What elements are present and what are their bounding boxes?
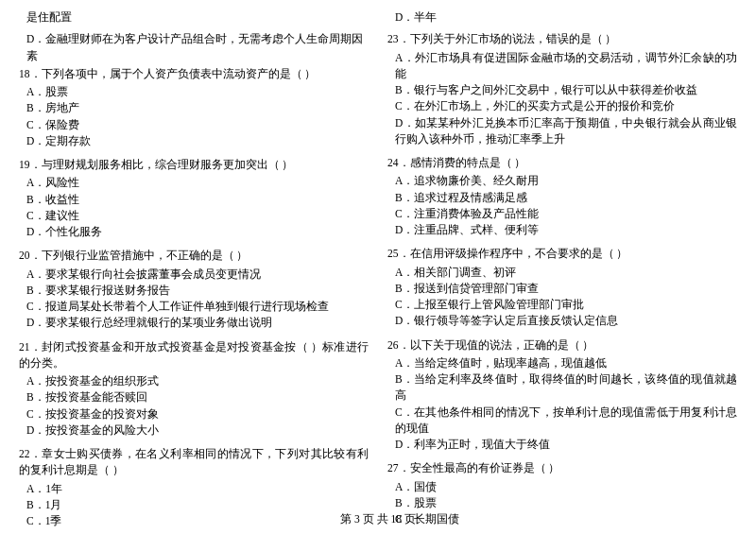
top-option-d-right: D．半年 xyxy=(387,9,737,26)
question-18-optB: B．房地产 xyxy=(19,100,369,116)
question-26: 26．以下关于现值的说法，正确的是（ ） A．当给定终值时，贴现率越高，现值越低… xyxy=(387,337,737,454)
question-21-optA: A．按投资基金的组织形式 xyxy=(19,373,369,389)
question-24-optB: B．追求过程及情感满足感 xyxy=(387,190,737,206)
question-24-optD: D．注重品牌、式样、便利等 xyxy=(387,222,737,238)
question-22-optB: B．1月 xyxy=(19,497,369,513)
question-25: 25．在信用评级操作程序中，不合要求的是（ ） A．相关部门调查、初评 B．报送… xyxy=(387,246,737,329)
question-19-optB: B．收益性 xyxy=(19,192,369,208)
page-footer: 第 3 页 共 18 页 xyxy=(0,512,756,526)
question-24-optC: C．注重消费体验及产品性能 xyxy=(387,206,737,222)
question-23-title: 23．下列关于外汇市场的说法，错误的是（ ） xyxy=(387,31,737,47)
question-21: 21．封闭式投资基金和开放式投资基金是对投资基金按（ ）标准进行的分类。 A．按… xyxy=(19,339,369,439)
question-27-title: 27．安全性最高的有价证券是（ ） xyxy=(387,460,737,476)
question-22-optA: A．1年 xyxy=(19,481,369,497)
question-23: 23．下列关于外汇市场的说法，错误的是（ ） A．外汇市场具有促进国际金融市场的… xyxy=(387,31,737,147)
question-19-optD: D．个性化服务 xyxy=(19,224,369,240)
question-26-optD: D．利率为正时，现值大于终值 xyxy=(387,437,737,453)
question-20-optB: B．要求某银行报送财务报告 xyxy=(19,283,369,299)
question-19-optC: C．建议性 xyxy=(19,208,369,224)
question-18-optA: A．股票 xyxy=(19,84,369,100)
question-19-title: 19．与理财规划服务相比，综合理财服务更加突出（ ） xyxy=(19,157,369,173)
question-23-optD: D．如某某种外汇兑换本币汇率高于预期值，中央银行就会从商业银行购入该种外币，推动… xyxy=(387,115,737,148)
question-18: 18．下列各项中，属于个人资产负债表中流动资产的是（ ） A．股票 B．房地产 … xyxy=(19,66,369,149)
question-18-optD: D．定期存款 xyxy=(19,133,369,149)
right-column: D．半年 23．下列关于外汇市场的说法，错误的是（ ） A．外汇市场具有促进国际… xyxy=(383,9,737,534)
question-20-optA: A．要求某银行向社会披露董事会成员变更情况 xyxy=(19,267,369,283)
page-container: 是住配置 D．金融理财师在为客户设计产品组合时，无需考虑个人生命周期因素 18．… xyxy=(0,0,756,534)
top-continuation: 是住配置 xyxy=(19,9,369,26)
question-24-title: 24．感情消费的特点是（ ） xyxy=(387,155,737,171)
question-25-optD: D．银行领导等签字认定后直接反馈认定信息 xyxy=(387,313,737,329)
two-column-layout: 是住配置 D．金融理财师在为客户设计产品组合时，无需考虑个人生命周期因素 18．… xyxy=(19,9,737,534)
left-column: 是住配置 D．金融理财师在为客户设计产品组合时，无需考虑个人生命周期因素 18．… xyxy=(19,9,373,534)
question-23-optC: C．在外汇市场上，外汇的买卖方式是公开的报价和竞价 xyxy=(387,98,737,114)
question-19: 19．与理财规划服务相比，综合理财服务更加突出（ ） A．风险性 B．收益性 C… xyxy=(19,157,369,240)
question-20-optC: C．报道局某处长带着个人工作证件单独到银行进行现场检查 xyxy=(19,299,369,315)
question-26-optC: C．在其他条件相同的情况下，按单利计息的现值需低于用复利计息的现值 xyxy=(387,405,737,438)
question-18-title: 18．下列各项中，属于个人资产负债表中流动资产的是（ ） xyxy=(19,66,369,82)
question-19-optA: A．风险性 xyxy=(19,175,369,191)
question-22-title: 22．章女士购买债券，在名义利率相同的情况下，下列对其比较有利的复利计息期是（ … xyxy=(19,446,369,479)
question-25-optB: B．报送到信贷管理部门审查 xyxy=(387,281,737,297)
question-26-title: 26．以下关于现值的说法，正确的是（ ） xyxy=(387,337,737,353)
top-option-d-left: D．金融理财师在为客户设计产品组合时，无需考虑个人生命周期因素 xyxy=(19,31,369,64)
question-25-optC: C．上报至银行上管风险管理部门审批 xyxy=(387,297,737,313)
question-24: 24．感情消费的特点是（ ） A．追求物廉价美、经久耐用 B．追求过程及情感满足… xyxy=(387,155,737,238)
question-20-title: 20．下列银行业监管措施中，不正确的是（ ） xyxy=(19,248,369,264)
question-20-optD: D．要求某银行总经理就银行的某项业务做出说明 xyxy=(19,315,369,331)
question-23-optB: B．银行与客户之间外汇交易中，银行可以从中获得差价收益 xyxy=(387,82,737,98)
question-21-optB: B．按投资基金能否赎回 xyxy=(19,389,369,405)
question-27-optB: B．股票 xyxy=(387,495,737,511)
question-18-optC: C．保险费 xyxy=(19,117,369,133)
question-24-optA: A．追求物廉价美、经久耐用 xyxy=(387,173,737,189)
question-26-optA: A．当给定终值时，贴现率越高，现值越低 xyxy=(387,355,737,371)
question-27-optA: A．国债 xyxy=(387,479,737,495)
question-21-optC: C．按投资基金的投资对象 xyxy=(19,406,369,422)
question-20: 20．下列银行业监管措施中，不正确的是（ ） A．要求某银行向社会披露董事会成员… xyxy=(19,248,369,331)
question-25-optA: A．相关部门调查、初评 xyxy=(387,265,737,281)
question-26-optB: B．当给定利率及终值时，取得终值的时间越长，该终值的现值就越高 xyxy=(387,371,737,405)
question-21-optD: D．按投资基金的风险大小 xyxy=(19,422,369,439)
question-21-title: 21．封闭式投资基金和开放式投资基金是对投资基金按（ ）标准进行的分类。 xyxy=(19,339,369,372)
question-23-optA: A．外汇市场具有促进国际金融市场的交易活动，调节外汇余缺的功能 xyxy=(387,50,737,83)
question-25-title: 25．在信用评级操作程序中，不合要求的是（ ） xyxy=(387,246,737,262)
